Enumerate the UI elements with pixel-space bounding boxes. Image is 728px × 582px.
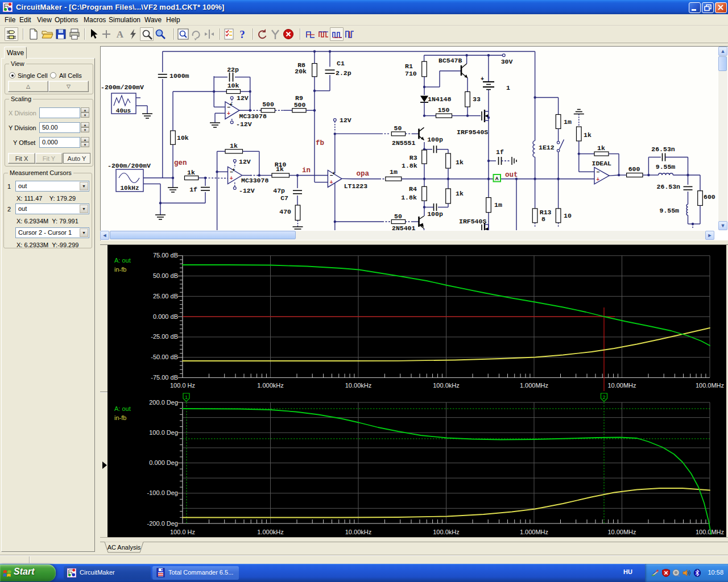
svg-text:2N5401: 2N5401: [392, 225, 416, 231]
svg-text:26.53n: 26.53n: [657, 183, 681, 190]
svg-text:200.0 Deg: 200.0 Deg: [149, 399, 178, 406]
svg-text:+: +: [229, 102, 232, 108]
svg-text:-25.00 dB: -25.00 dB: [151, 333, 178, 340]
svg-text:100.0kHz: 100.0kHz: [433, 529, 459, 535]
svg-text:R4: R4: [409, 185, 417, 193]
svg-text:1k: 1k: [597, 144, 605, 152]
svg-text:BC547B: BC547B: [439, 57, 462, 64]
svg-text:-100.0 Deg: -100.0 Deg: [147, 489, 178, 496]
svg-text:+: +: [230, 176, 233, 182]
svg-text:100p: 100p: [427, 136, 443, 143]
svg-text:A: out: A: out: [114, 405, 131, 412]
svg-text:MC33078: MC33078: [241, 177, 268, 184]
svg-text:IRF9540S: IRF9540S: [457, 128, 488, 136]
svg-text:+: +: [227, 111, 230, 117]
svg-text:-50.00 dB: -50.00 dB: [151, 354, 178, 360]
svg-text:+: +: [481, 76, 484, 82]
svg-text:9.55m: 9.55m: [659, 207, 679, 214]
svg-text:20k: 20k: [295, 68, 307, 75]
svg-text:22p: 22p: [227, 66, 239, 73]
svg-text:A: A: [117, 29, 124, 40]
svg-text:-200m/200mV: -200m/200mV: [101, 84, 144, 91]
svg-text:50: 50: [394, 213, 402, 220]
svg-text:1m: 1m: [564, 118, 572, 126]
svg-text:-12V: -12V: [236, 120, 252, 128]
svg-text:R1: R1: [405, 63, 413, 70]
svg-text:1k: 1k: [584, 131, 592, 139]
svg-text:500: 500: [262, 101, 274, 108]
svg-text:1k: 1k: [187, 169, 195, 176]
svg-text:-200.0 Deg: -200.0 Deg: [147, 520, 178, 527]
svg-text:12V: 12V: [237, 94, 249, 102]
svg-text:75.00 dB: 75.00 dB: [153, 252, 178, 259]
svg-text:out: out: [505, 171, 518, 179]
svg-text:33: 33: [473, 95, 481, 103]
svg-text:10: 10: [564, 212, 572, 219]
svg-text:50.00 dB: 50.00 dB: [153, 272, 178, 279]
svg-text:47p: 47p: [273, 187, 285, 194]
svg-text:100p: 100p: [427, 210, 443, 218]
svg-text:100.0 Hz: 100.0 Hz: [170, 382, 195, 389]
svg-text:10kHz: 10kHz: [120, 185, 139, 192]
svg-text:in: in: [302, 167, 311, 174]
svg-text:1: 1: [506, 84, 510, 92]
svg-text:1m: 1m: [390, 168, 398, 176]
svg-text:+: +: [330, 180, 333, 186]
svg-text:MC33078: MC33078: [239, 113, 267, 120]
svg-text:1m: 1m: [494, 201, 502, 209]
svg-text:?: ?: [239, 28, 245, 40]
svg-text:600: 600: [628, 165, 640, 173]
svg-text:100.0MHz: 100.0MHz: [696, 382, 724, 389]
svg-text:-75.00 dB: -75.00 dB: [151, 374, 178, 381]
svg-text:10.00MHz: 10.00MHz: [607, 529, 636, 535]
svg-text:+: +: [596, 177, 599, 183]
svg-text:2.2p: 2.2p: [336, 69, 351, 77]
svg-text:1f: 1f: [496, 148, 504, 156]
svg-text:1000m: 1000m: [169, 72, 189, 80]
svg-text:100.0kHz: 100.0kHz: [433, 382, 459, 389]
svg-text:40us: 40us: [116, 107, 131, 114]
svg-text:gen: gen: [174, 159, 187, 167]
svg-text:IRF540S: IRF540S: [459, 218, 486, 225]
svg-text:50: 50: [394, 124, 402, 132]
svg-text:470: 470: [279, 208, 291, 215]
svg-text:−: −: [596, 169, 599, 176]
svg-text:R3: R3: [410, 154, 417, 161]
svg-text:1N4148: 1N4148: [428, 95, 452, 103]
svg-text:+: +: [232, 168, 235, 173]
svg-text:100.0 Deg: 100.0 Deg: [149, 429, 178, 436]
svg-text:1k: 1k: [230, 142, 238, 149]
svg-text:IDEAL: IDEAL: [592, 160, 612, 167]
svg-text:2: 2: [602, 394, 605, 400]
svg-text:opa: opa: [357, 170, 370, 178]
svg-text:30V: 30V: [501, 58, 513, 65]
svg-text:500: 500: [294, 101, 306, 109]
svg-text:12V: 12V: [239, 158, 251, 165]
svg-text:1.000MHz: 1.000MHz: [520, 382, 548, 389]
svg-text:10.00kHz: 10.00kHz: [345, 382, 371, 389]
svg-text:9.55m: 9.55m: [656, 163, 676, 171]
svg-text:1k: 1k: [276, 165, 284, 173]
svg-text:26.53n: 26.53n: [651, 146, 675, 153]
svg-text:1.000kHz: 1.000kHz: [257, 382, 283, 389]
svg-text:10k: 10k: [228, 82, 239, 89]
svg-text:150: 150: [438, 106, 450, 114]
svg-text:in-fb: in-fb: [114, 266, 126, 273]
svg-text:2N5551: 2N5551: [392, 139, 416, 147]
svg-text:1.000MHz: 1.000MHz: [520, 529, 548, 535]
svg-text:1.000kHz: 1.000kHz: [257, 529, 283, 535]
svg-text:10.00kHz: 10.00kHz: [345, 529, 371, 535]
svg-text:600: 600: [704, 193, 715, 201]
svg-text:1k: 1k: [456, 159, 464, 166]
svg-text:1.8k: 1.8k: [402, 162, 417, 169]
svg-text:fb: fb: [316, 139, 324, 147]
svg-text:12V: 12V: [340, 117, 351, 124]
svg-text:1f: 1f: [189, 186, 197, 193]
svg-text:10.00MHz: 10.00MHz: [607, 382, 636, 389]
svg-text:1.8k: 1.8k: [401, 194, 417, 201]
svg-text:C1: C1: [337, 60, 345, 67]
svg-text:A: out: A: out: [114, 257, 131, 264]
svg-text:1E12: 1E12: [539, 144, 555, 151]
svg-text:1: 1: [185, 394, 188, 400]
svg-text:A: A: [495, 176, 499, 182]
